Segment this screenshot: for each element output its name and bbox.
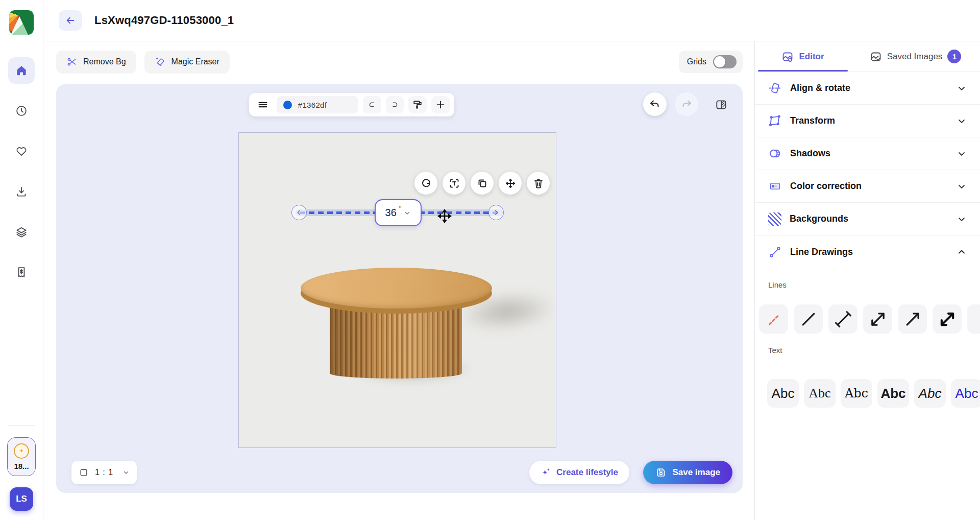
- save-image-button[interactable]: Save image: [643, 461, 732, 484]
- text-style-sans-medium[interactable]: Abc: [767, 379, 799, 408]
- sidebar-nav: [8, 57, 35, 286]
- sparkles-icon: [541, 467, 552, 478]
- lines-group-label: Lines: [768, 280, 980, 289]
- toggle-knob: [714, 56, 725, 67]
- grids-control: Grids: [679, 51, 743, 73]
- sidebar-item-downloads[interactable]: [8, 178, 35, 205]
- line-style-single-arrow[interactable]: [898, 304, 927, 334]
- text-style-sans-blue[interactable]: Abc: [951, 379, 980, 408]
- chevron-down-icon: [957, 83, 967, 93]
- text-recognition-button[interactable]: [443, 172, 465, 195]
- move-icon: [504, 177, 517, 190]
- measurement-unit: ": [399, 205, 402, 212]
- create-lifestyle-button[interactable]: Create lifestyle: [529, 461, 629, 484]
- action-row: Remove Bg Magic Eraser Grids: [56, 50, 743, 74]
- home-icon: [15, 64, 28, 77]
- text-style-serif[interactable]: Abc: [804, 379, 836, 408]
- measurement-handle-left[interactable]: [291, 205, 307, 220]
- line-style-double-arrow[interactable]: [863, 304, 892, 334]
- line-style-double-arrow-bold[interactable]: [933, 304, 962, 334]
- credits-badge[interactable]: 18...: [7, 437, 36, 476]
- transform-icon: [768, 114, 782, 128]
- redo-button[interactable]: [675, 92, 698, 116]
- table-top: [301, 268, 492, 309]
- line-drawings-icon: [768, 245, 782, 259]
- duplicate-button[interactable]: [471, 172, 494, 195]
- color-picker-field[interactable]: #1362df: [277, 96, 358, 113]
- measurement-value-pill[interactable]: 36 ": [375, 199, 422, 226]
- move-button[interactable]: [499, 172, 522, 195]
- section-label: Backgrounds: [790, 214, 848, 224]
- regenerate-button[interactable]: [414, 172, 437, 195]
- move-cursor: [437, 208, 452, 224]
- line-style-plain[interactable]: [794, 304, 823, 334]
- section-backgrounds[interactable]: Backgrounds: [755, 203, 980, 235]
- line-style-clipped[interactable]: [967, 304, 980, 334]
- magic-eraser-button[interactable]: Magic Eraser: [144, 51, 230, 74]
- credits-count: 18...: [14, 462, 29, 470]
- add-button[interactable]: [431, 96, 450, 113]
- section-label: Shadows: [790, 148, 830, 159]
- line-end-cap-button[interactable]: [386, 96, 404, 113]
- measurement-handle-right[interactable]: [488, 205, 504, 220]
- section-shadows[interactable]: Shadows: [755, 137, 980, 170]
- color-correction-icon: [768, 179, 782, 193]
- line-style-t-caps[interactable]: [828, 304, 857, 334]
- redo-icon: [680, 98, 693, 110]
- user-avatar[interactable]: LS: [10, 487, 33, 511]
- sidebar-item-layers[interactable]: [8, 219, 35, 245]
- plus-icon: [435, 99, 446, 110]
- app-logo[interactable]: [9, 10, 34, 35]
- text-style-list: Abc Abc Abc Abc Abc Abc: [767, 379, 980, 408]
- menu-button[interactable]: [254, 96, 272, 113]
- line-style-dashed-red[interactable]: [759, 304, 788, 334]
- square-icon: [79, 467, 89, 478]
- coin-icon: [14, 443, 29, 459]
- sidebar-item-home[interactable]: [8, 57, 35, 84]
- sidebar-item-billing[interactable]: [8, 259, 35, 286]
- trash-icon: [532, 177, 545, 190]
- layers-icon: [15, 225, 28, 239]
- hamburger-icon: [257, 99, 268, 110]
- image-canvas[interactable]: 36 ": [238, 132, 556, 448]
- save-image-label: Save image: [672, 467, 720, 478]
- section-color-correction[interactable]: Color correction: [755, 170, 980, 203]
- sidebar-item-history[interactable]: [8, 98, 35, 124]
- section-transform[interactable]: Transform: [755, 105, 980, 137]
- text-style-sans-italic[interactable]: Abc: [914, 379, 946, 408]
- line-end-cap-icon: [389, 100, 400, 110]
- text-group-label: Text: [768, 346, 980, 354]
- canvas-container: #1362df: [56, 84, 743, 493]
- remove-bg-label: Remove Bg: [83, 57, 126, 66]
- undo-button[interactable]: [643, 92, 667, 116]
- editor-main: Remove Bg Magic Eraser Grids: [43, 41, 754, 520]
- aspect-ratio-dropdown[interactable]: 1 : 1: [71, 461, 137, 484]
- panel-toggle-button[interactable]: [712, 95, 731, 114]
- measurement-value: 36: [385, 207, 397, 219]
- tab-saved-label: Saved Images: [887, 52, 943, 62]
- tab-editor[interactable]: Editor: [755, 41, 851, 72]
- chevron-down-icon: [122, 469, 130, 476]
- app-root: 18... LS LsXwq497GD-11053000_1: [0, 0, 980, 520]
- download-icon: [15, 185, 28, 198]
- text-style-serif-alt[interactable]: Abc: [841, 379, 872, 408]
- image-edit-icon: [781, 51, 794, 63]
- sidebar-bottom: 18... LS: [0, 426, 43, 520]
- magic-eraser-icon: [155, 56, 166, 67]
- section-align-rotate[interactable]: Align & rotate: [755, 72, 980, 105]
- line-start-cap-button[interactable]: [363, 96, 381, 113]
- fill-style-button[interactable]: [408, 96, 427, 113]
- delete-button[interactable]: [527, 172, 550, 195]
- editor-panel: Editor Saved Images 1 Align &: [754, 41, 980, 520]
- receipt-icon: [15, 266, 28, 279]
- section-label: Color correction: [790, 181, 862, 192]
- table-base: [330, 304, 462, 379]
- tab-saved-images[interactable]: Saved Images 1: [851, 41, 980, 72]
- back-button[interactable]: [59, 10, 82, 31]
- section-line-drawings[interactable]: Line Drawings: [755, 235, 980, 268]
- remove-bg-button[interactable]: Remove Bg: [56, 51, 136, 74]
- sidebar-item-favorites[interactable]: [8, 138, 35, 164]
- text-style-sans-bold[interactable]: Abc: [877, 379, 909, 408]
- grids-toggle[interactable]: [713, 55, 737, 68]
- heart-icon: [15, 145, 28, 158]
